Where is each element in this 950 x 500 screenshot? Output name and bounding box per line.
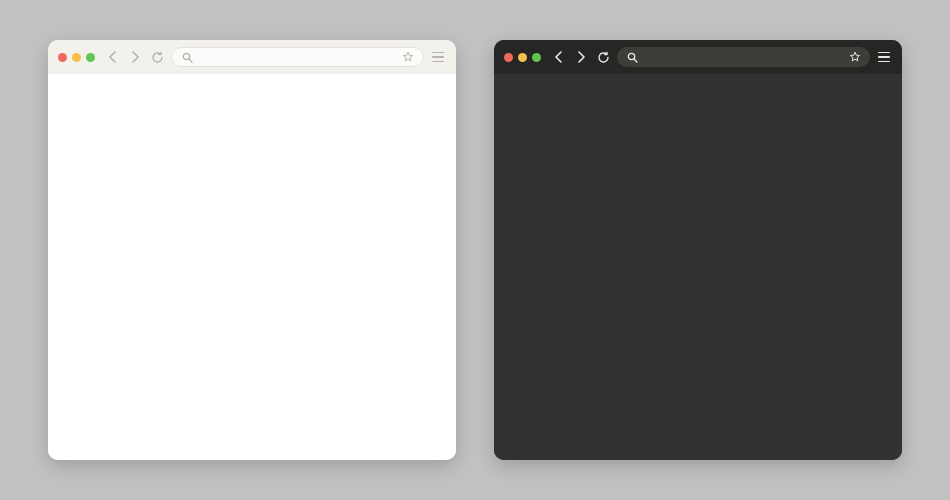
reload-icon <box>597 51 610 64</box>
window-controls <box>58 53 95 62</box>
bookmark-star-icon[interactable] <box>401 50 415 64</box>
bookmark-star-icon[interactable] <box>848 50 862 64</box>
chevron-left-icon <box>108 51 118 63</box>
browser-toolbar <box>48 40 456 74</box>
svg-line-1 <box>189 59 192 62</box>
close-window-button[interactable] <box>504 53 513 62</box>
address-input[interactable] <box>645 52 842 63</box>
chevron-right-icon <box>576 51 586 63</box>
reload-button[interactable] <box>595 49 611 65</box>
page-content <box>494 74 902 460</box>
address-bar[interactable] <box>171 47 424 67</box>
reload-icon <box>151 51 164 64</box>
svg-point-0 <box>183 53 189 59</box>
svg-point-2 <box>628 53 634 59</box>
chevron-left-icon <box>554 51 564 63</box>
chevron-right-icon <box>130 51 140 63</box>
svg-line-3 <box>634 59 637 62</box>
maximize-window-button[interactable] <box>532 53 541 62</box>
reload-button[interactable] <box>149 49 165 65</box>
address-input[interactable] <box>200 52 395 63</box>
window-controls <box>504 53 541 62</box>
close-window-button[interactable] <box>58 53 67 62</box>
menu-button[interactable] <box>876 52 892 63</box>
address-bar[interactable] <box>617 47 870 67</box>
hamburger-icon <box>432 52 444 54</box>
search-icon <box>180 50 194 64</box>
maximize-window-button[interactable] <box>86 53 95 62</box>
browser-toolbar <box>494 40 902 74</box>
page-content <box>48 74 456 460</box>
browser-window-light <box>48 40 456 460</box>
search-icon <box>625 50 639 64</box>
back-button[interactable] <box>105 49 121 65</box>
back-button[interactable] <box>551 49 567 65</box>
forward-button[interactable] <box>573 49 589 65</box>
hamburger-icon <box>878 52 890 54</box>
forward-button[interactable] <box>127 49 143 65</box>
browser-window-dark <box>494 40 902 460</box>
minimize-window-button[interactable] <box>518 53 527 62</box>
minimize-window-button[interactable] <box>72 53 81 62</box>
menu-button[interactable] <box>430 52 446 63</box>
